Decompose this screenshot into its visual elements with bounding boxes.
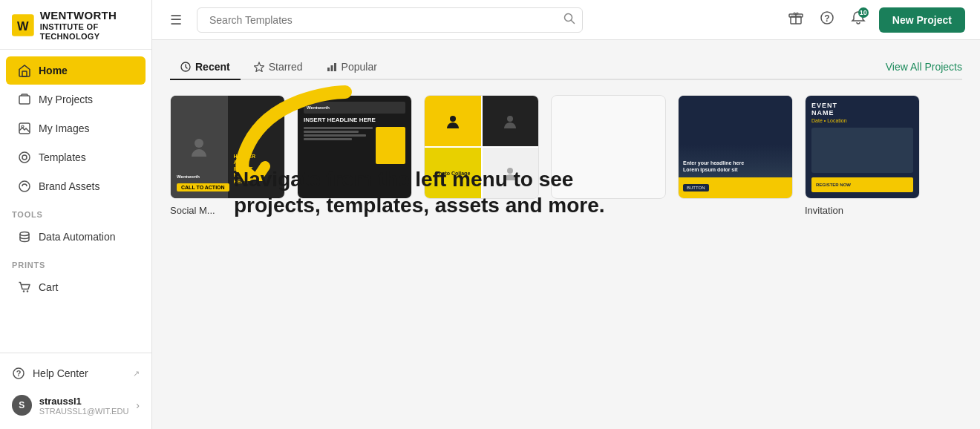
svg-point-26 bbox=[450, 116, 456, 122]
notifications-button[interactable]: 10 bbox=[848, 7, 869, 32]
sidebar-item-my-images[interactable]: My Images bbox=[6, 114, 146, 143]
search-icon bbox=[564, 13, 575, 24]
project-thumb-invitation: EventName Date • Location REGISTER NOW bbox=[805, 95, 920, 199]
prints-section-label: PRINTS bbox=[0, 252, 151, 272]
project-label-invitation: Invitation bbox=[805, 205, 920, 216]
images-icon bbox=[18, 122, 31, 135]
project-thumb-event-flyer: Enter your headline hereLorem ipsum dolo… bbox=[678, 95, 793, 199]
sidebar-item-my-projects-label: My Projects bbox=[39, 94, 93, 105]
svg-point-7 bbox=[22, 155, 27, 160]
tools-section-label: TOOLS bbox=[0, 201, 151, 222]
project-card-social[interactable]: HEADER AREAINSERTHEADLINEHERE Wentworth … bbox=[170, 95, 285, 216]
popular-icon bbox=[327, 62, 337, 72]
svg-marker-21 bbox=[254, 62, 264, 72]
project-card-collage[interactable]: Photo Collage bbox=[424, 95, 539, 216]
project-card-invitation[interactable]: EventName Date • Location REGISTER NOW I… bbox=[805, 95, 920, 216]
recent-icon bbox=[180, 62, 191, 72]
user-info: straussl1 STRAUSSL1@WIT.EDU bbox=[39, 396, 129, 416]
sidebar-item-data-automation[interactable]: Data Automation bbox=[6, 223, 146, 251]
gift-icon bbox=[788, 10, 803, 25]
header-actions: ? 10 New Project bbox=[785, 7, 965, 33]
project-card-blank[interactable] bbox=[551, 95, 666, 216]
gift-button[interactable] bbox=[785, 7, 806, 32]
svg-point-11 bbox=[27, 291, 28, 292]
projects-icon bbox=[18, 93, 31, 106]
svg-rect-2 bbox=[22, 71, 27, 76]
tab-popular-label: Popular bbox=[342, 61, 377, 73]
svg-rect-23 bbox=[330, 65, 333, 71]
sidebar-item-cart-label: Cart bbox=[39, 281, 58, 293]
question-icon: ? bbox=[820, 10, 834, 25]
project-thumb-newsletter: Wentworth INSERT HEADLINE HERE bbox=[297, 95, 412, 199]
sidebar-item-brand-assets[interactable]: Brand Assets bbox=[6, 172, 146, 200]
svg-point-25 bbox=[195, 139, 203, 148]
sidebar-nav: Home My Projects My Images Templates bbox=[0, 50, 151, 353]
sidebar-bottom: ? Help Center ↗ S straussl1 STRAUSSL1@WI… bbox=[0, 353, 151, 429]
sidebar: W Wentworth INSTITUTE OF TECHNOLOGY Home… bbox=[0, 0, 152, 429]
tabs-bar: Recent Starred Popular View All Projects bbox=[170, 55, 962, 80]
search-input[interactable] bbox=[197, 7, 583, 33]
notification-badge: 10 bbox=[858, 7, 869, 18]
cart-icon bbox=[18, 281, 31, 294]
sidebar-item-data-automation-label: Data Automation bbox=[39, 231, 116, 243]
sidebar-item-cart[interactable]: Cart bbox=[6, 273, 146, 301]
view-all-projects-link[interactable]: View All Projects bbox=[886, 61, 962, 73]
external-link-icon: ↗ bbox=[133, 369, 140, 379]
tab-recent[interactable]: Recent bbox=[170, 55, 241, 80]
svg-text:?: ? bbox=[824, 13, 829, 24]
user-email: STRAUSSL1@WIT.EDU bbox=[39, 407, 129, 416]
svg-line-15 bbox=[572, 20, 575, 23]
tab-starred[interactable]: Starred bbox=[244, 55, 313, 80]
project-card-newsletter[interactable]: Wentworth INSERT HEADLINE HERE bbox=[297, 95, 412, 216]
tab-recent-label: Recent bbox=[195, 61, 230, 73]
user-avatar: S bbox=[12, 395, 32, 416]
projects-grid: HEADER AREAINSERTHEADLINEHERE Wentworth … bbox=[170, 95, 962, 223]
project-thumb-collage: Photo Collage bbox=[424, 95, 539, 199]
templates-icon bbox=[18, 151, 31, 164]
svg-text:?: ? bbox=[16, 369, 22, 378]
svg-point-6 bbox=[19, 152, 30, 163]
star-icon bbox=[254, 62, 264, 72]
new-project-button[interactable]: New Project bbox=[879, 7, 965, 33]
svg-point-8 bbox=[19, 181, 30, 191]
sidebar-logo-text: Wentworth INSTITUTE OF TECHNOLOGY bbox=[40, 9, 140, 42]
content-area: Recent Starred Popular View All Projects bbox=[152, 40, 980, 429]
sidebar-item-home[interactable]: Home bbox=[6, 56, 146, 85]
user-name: straussl1 bbox=[39, 396, 129, 407]
search-icon-button[interactable] bbox=[564, 13, 575, 27]
project-label-social: Social M... bbox=[170, 205, 285, 216]
svg-point-9 bbox=[20, 232, 29, 236]
main-content: ☰ ? 10 New Project Recen bbox=[152, 0, 980, 429]
project-thumb-social: HEADER AREAINSERTHEADLINEHERE Wentworth … bbox=[170, 95, 285, 199]
sidebar-item-my-projects[interactable]: My Projects bbox=[6, 85, 146, 114]
sidebar-item-my-images-label: My Images bbox=[39, 122, 89, 134]
home-icon bbox=[18, 64, 31, 77]
tab-starred-label: Starred bbox=[269, 61, 303, 73]
user-profile-item[interactable]: S straussl1 STRAUSSL1@WIT.EDU › bbox=[0, 387, 151, 423]
sidebar-item-templates-label: Templates bbox=[39, 151, 86, 163]
brand-assets-icon bbox=[18, 180, 31, 193]
social-cta-btn: CALL TO ACTION bbox=[177, 183, 229, 191]
hamburger-button[interactable]: ☰ bbox=[167, 9, 185, 31]
help-center-label: Help Center bbox=[33, 367, 88, 379]
project-card-event-flyer[interactable]: Enter your headline hereLorem ipsum dolo… bbox=[678, 95, 793, 216]
help-header-button[interactable]: ? bbox=[817, 7, 837, 32]
tab-popular[interactable]: Popular bbox=[316, 55, 388, 80]
project-thumb-blank bbox=[551, 95, 666, 199]
help-center-item[interactable]: ? Help Center ↗ bbox=[0, 359, 151, 387]
data-automation-icon bbox=[18, 230, 31, 243]
svg-rect-3 bbox=[19, 96, 30, 104]
search-container bbox=[197, 7, 583, 33]
sidebar-item-templates[interactable]: Templates bbox=[6, 143, 146, 171]
svg-point-10 bbox=[23, 291, 24, 292]
sidebar-logo[interactable]: W Wentworth INSTITUTE OF TECHNOLOGY bbox=[0, 0, 151, 50]
wentworth-logo-icon: W bbox=[12, 12, 34, 39]
sidebar-item-brand-assets-label: Brand Assets bbox=[39, 180, 100, 192]
svg-rect-22 bbox=[327, 68, 330, 71]
svg-point-28 bbox=[507, 168, 513, 174]
sidebar-item-home-label: Home bbox=[39, 65, 68, 76]
help-icon: ? bbox=[12, 367, 25, 380]
app-header: ☰ ? 10 New Project bbox=[152, 0, 980, 40]
svg-rect-24 bbox=[334, 63, 336, 71]
user-chevron-icon: › bbox=[136, 399, 140, 411]
